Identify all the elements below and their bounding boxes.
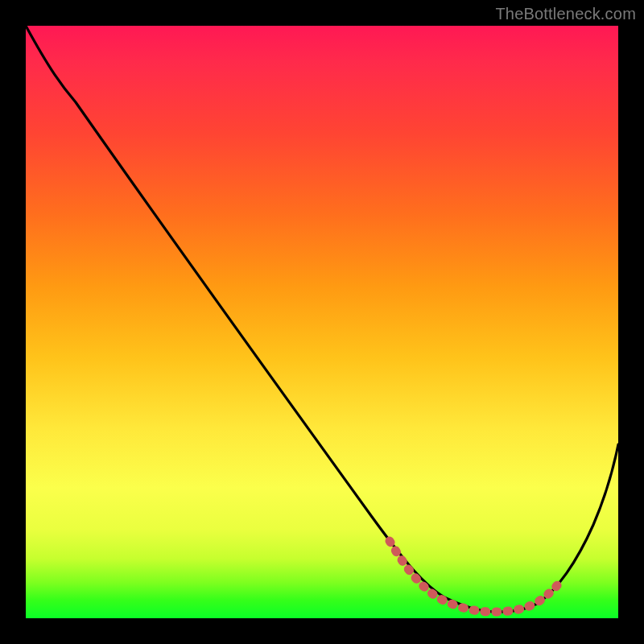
plot-area: [26, 26, 618, 618]
bottleneck-curve: [26, 26, 618, 618]
watermark-text: TheBottleneck.com: [495, 5, 636, 23]
marker-segment: [390, 541, 559, 612]
curve-path: [26, 26, 618, 612]
chart-frame: TheBottleneck.com: [0, 0, 644, 644]
